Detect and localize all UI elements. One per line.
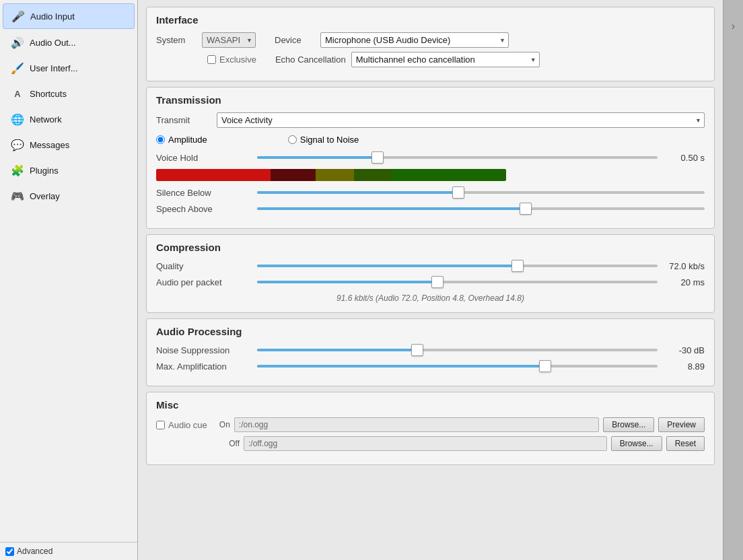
sidebar-item-audio-input[interactable]: 🎤 Audio Input: [3, 3, 135, 29]
noise-suppression-track[interactable]: [257, 344, 658, 356]
speech-above-thumb[interactable]: [520, 203, 532, 215]
advanced-checkbox[interactable]: [5, 547, 14, 556]
speech-above-row: Speech Above: [156, 203, 705, 215]
audio-processing-section: Audio Processing Noise Suppression -30 d…: [146, 318, 715, 386]
quality-label: Quality: [156, 261, 250, 271]
audio-cue-checkbox-label[interactable]: Audio cue: [156, 420, 207, 430]
audio-cue-checkbox[interactable]: [156, 421, 165, 429]
compression-title: Compression: [156, 242, 705, 253]
speech-above-track[interactable]: [257, 203, 705, 215]
audio-cue-label: Audio cue: [168, 420, 207, 430]
advanced-section: Advanced: [0, 542, 137, 560]
silence-below-track[interactable]: [257, 186, 705, 199]
activity-bar: [156, 169, 506, 181]
misc-audio-cue-off-row: Off Browse... Reset: [156, 436, 705, 451]
max-amplification-track[interactable]: [257, 360, 658, 372]
sidebar-label-audio-output: Audio Out...: [30, 38, 76, 48]
activity-bar-container: [156, 169, 705, 181]
audio-per-packet-value: 20 ms: [664, 277, 705, 287]
ui-icon: 🖌️: [11, 61, 24, 75]
transmit-select[interactable]: Voice Activity Push to Talk Continuous: [217, 112, 705, 128]
quality-row: Quality 72.0 kb/s: [156, 260, 705, 272]
advanced-label: Advanced: [17, 547, 52, 556]
quality-track[interactable]: [257, 260, 658, 272]
audio-per-packet-fill: [257, 281, 437, 283]
max-amplification-fill: [257, 365, 545, 368]
sidebar-item-messages[interactable]: 💬 Messages: [3, 133, 135, 157]
sidebar-item-plugins[interactable]: 🧩 Plugins: [3, 158, 135, 182]
system-select[interactable]: WASAPI: [202, 32, 256, 48]
off-label: Off: [221, 439, 240, 448]
misc-section: Misc Audio cue On Browse... Preview Off …: [146, 392, 715, 465]
echo-select[interactable]: Multichannel echo cancellation None: [351, 52, 540, 67]
collapse-arrow[interactable]: ›: [732, 20, 735, 32]
plugins-icon: 🧩: [11, 164, 24, 177]
messages-icon: 💬: [11, 138, 24, 151]
amplitude-radio-label[interactable]: Amplitude: [156, 135, 207, 145]
sidebar-label-network: Network: [30, 114, 62, 125]
max-amplification-value: 8.89: [664, 361, 705, 372]
interface-echo-row: Exclusive Echo Cancellation Multichannel…: [156, 52, 705, 67]
voice-hold-track[interactable]: [257, 151, 658, 164]
system-select-wrapper: WASAPI: [202, 32, 256, 48]
misc-audio-cue-row: Audio cue On Browse... Preview: [156, 417, 705, 432]
sidebar-item-shortcuts[interactable]: A Shortcuts: [3, 81, 135, 106]
main-content: Interface System WASAPI Device Microphon…: [138, 0, 723, 560]
voice-hold-thumb[interactable]: [372, 151, 384, 164]
compression-section: Compression Quality 72.0 kb/s Audio per …: [146, 234, 715, 313]
max-amplification-track-bg: [257, 365, 658, 368]
exclusive-label: Exclusive: [219, 55, 256, 65]
bar-green: [392, 169, 506, 181]
audio-processing-title: Audio Processing: [156, 326, 705, 337]
off-browse-button[interactable]: Browse...: [611, 436, 662, 451]
amplitude-radio[interactable]: [156, 135, 165, 144]
sidebar-item-overlay[interactable]: 🎮 Overlay: [3, 184, 135, 208]
sidebar-item-network[interactable]: 🌐 Network: [3, 107, 135, 131]
interface-system-row: System WASAPI Device Microphone (USB Aud…: [156, 32, 705, 48]
voice-hold-label: Voice Hold: [156, 153, 250, 163]
sidebar-label-overlay: Overlay: [30, 191, 60, 201]
transmission-section: Transmission Transmit Voice Activity Pus…: [146, 87, 715, 229]
audio-per-packet-track-bg: [257, 281, 658, 283]
bar-darkgreen: [354, 169, 392, 181]
silence-below-thumb[interactable]: [452, 186, 464, 199]
noise-suppression-fill: [257, 349, 417, 351]
on-path-input[interactable]: [234, 417, 599, 432]
quality-thumb[interactable]: [511, 260, 524, 272]
noise-suppression-track-bg: [257, 349, 658, 351]
right-panel: ›: [723, 0, 743, 560]
on-label: On: [211, 420, 230, 429]
max-amplification-label: Max. Amplification: [156, 361, 250, 372]
voice-hold-fill: [257, 156, 378, 159]
signal-noise-radio[interactable]: [288, 135, 297, 144]
transmit-row: Transmit Voice Activity Push to Talk Con…: [156, 112, 705, 128]
sidebar: 🎤 Audio Input 🔊 Audio Out... 🖌️ User Int…: [0, 0, 138, 560]
quality-fill: [257, 265, 518, 267]
max-amplification-row: Max. Amplification 8.89: [156, 360, 705, 372]
sidebar-item-audio-output[interactable]: 🔊 Audio Out...: [3, 30, 135, 55]
exclusive-checkbox[interactable]: [207, 55, 216, 64]
bar-red: [156, 169, 271, 181]
voice-hold-value: 0.50 s: [664, 153, 705, 163]
audio-per-packet-thumb[interactable]: [431, 276, 444, 288]
exclusive-checkbox-label[interactable]: Exclusive: [207, 55, 256, 65]
device-select-wrapper: Microphone (USB Audio Device): [320, 32, 509, 48]
max-amplification-thumb[interactable]: [539, 360, 551, 372]
transmission-title: Transmission: [156, 94, 705, 106]
sidebar-item-user-interface[interactable]: 🖌️ User Interf...: [3, 56, 135, 80]
amplitude-signal-row: Amplitude Signal to Noise: [156, 135, 705, 145]
noise-suppression-thumb[interactable]: [411, 344, 423, 356]
noise-suppression-value: -30 dB: [664, 345, 705, 355]
reset-button[interactable]: Reset: [666, 436, 705, 451]
sidebar-label-shortcuts: Shortcuts: [30, 89, 67, 99]
preview-button[interactable]: Preview: [658, 417, 705, 432]
sidebar-label-audio-input: Audio Input: [30, 11, 75, 22]
sidebar-label-user-interface: User Interf...: [30, 63, 78, 73]
off-path-input[interactable]: [244, 436, 607, 451]
signal-noise-radio-label[interactable]: Signal to Noise: [288, 135, 359, 145]
device-select[interactable]: Microphone (USB Audio Device): [320, 32, 509, 48]
on-browse-button[interactable]: Browse...: [603, 417, 654, 432]
system-label: System: [156, 35, 197, 45]
interface-title: Interface: [156, 14, 705, 26]
audio-per-packet-track[interactable]: [257, 276, 658, 288]
